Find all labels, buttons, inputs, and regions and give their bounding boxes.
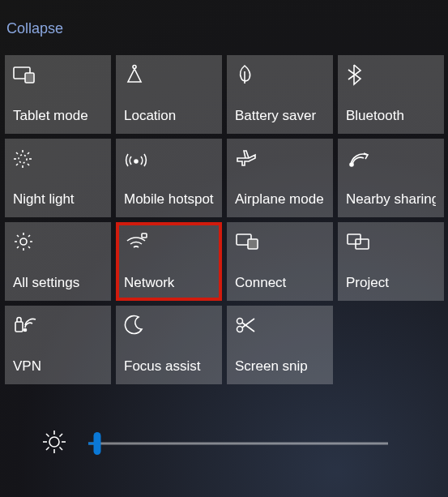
svg-line-10: [28, 164, 29, 165]
tablet-icon: [13, 60, 103, 89]
leaf-icon: [235, 60, 325, 89]
svg-line-33: [60, 448, 63, 451]
svg-rect-18: [248, 239, 258, 249]
svg-point-27: [49, 437, 59, 447]
svg-point-13: [134, 160, 138, 163]
moon-icon: [124, 311, 214, 340]
tile-label: Focus assist: [124, 359, 214, 375]
tile-label: VPN: [13, 359, 103, 375]
tile-label: Bluetooth: [346, 109, 436, 124]
tile-label: Nearby sharing: [346, 192, 436, 208]
svg-rect-21: [15, 322, 23, 332]
svg-rect-1: [25, 73, 34, 83]
svg-point-23: [237, 319, 243, 324]
brightness-slider[interactable]: [88, 435, 388, 452]
tile-night-light[interactable]: Night light: [5, 139, 111, 217]
tile-label: Connect: [235, 276, 325, 291]
vpn-icon: [13, 311, 103, 340]
svg-line-32: [46, 434, 49, 437]
svg-line-25: [242, 323, 254, 332]
tile-label: Network: [124, 276, 214, 291]
svg-point-15: [20, 238, 27, 245]
brightness-row: [5, 429, 443, 458]
tile-mobile-hotspot[interactable]: Mobile hotspot: [116, 139, 222, 217]
tile-label: Location: [124, 109, 214, 124]
tile-label: Airplane mode: [235, 192, 325, 208]
tile-label: All settings: [13, 276, 103, 291]
tile-label: Battery saver: [235, 109, 325, 124]
slider-track: [88, 443, 388, 445]
location-icon: [124, 60, 214, 89]
airplane-icon: [235, 144, 325, 173]
bluetooth-icon: [346, 60, 436, 89]
tile-label: Mobile hotspot: [124, 192, 214, 208]
tile-label: Screen snip: [235, 359, 325, 375]
tile-all-settings[interactable]: All settings: [5, 222, 111, 301]
svg-line-12: [28, 152, 29, 154]
action-center-panel: Collapse Tablet mode Location Battery sa…: [0, 0, 448, 463]
svg-line-9: [16, 152, 18, 154]
svg-line-34: [46, 448, 49, 451]
svg-line-35: [60, 434, 63, 437]
tile-label: Tablet mode: [13, 109, 103, 124]
tile-network[interactable]: Network: [116, 222, 222, 301]
night-light-icon: [13, 144, 103, 173]
connect-icon: [235, 227, 325, 256]
project-icon: [346, 227, 436, 256]
wifi-icon: [124, 227, 214, 256]
gear-icon: [13, 227, 103, 256]
svg-point-14: [350, 163, 353, 166]
tile-label: Project: [346, 276, 436, 291]
tile-connect[interactable]: Connect: [227, 222, 333, 301]
tile-airplane-mode[interactable]: Airplane mode: [227, 139, 333, 217]
slider-thumb[interactable]: [94, 432, 101, 455]
svg-point-24: [237, 327, 243, 332]
svg-point-4: [19, 155, 27, 163]
svg-rect-16: [142, 234, 147, 238]
tile-screen-snip[interactable]: Screen snip: [227, 306, 333, 384]
tile-battery-saver[interactable]: Battery saver: [227, 55, 333, 134]
hotspot-icon: [124, 144, 214, 173]
snip-icon: [235, 311, 325, 340]
tile-vpn[interactable]: VPN: [5, 306, 111, 384]
quick-actions-grid: Tablet mode Location Battery saver Bluet…: [5, 55, 443, 384]
tile-label: Night light: [13, 192, 103, 208]
collapse-link[interactable]: Collapse: [5, 0, 63, 55]
tile-location[interactable]: Location: [116, 55, 222, 134]
svg-point-22: [24, 329, 27, 332]
brightness-icon: [41, 429, 67, 458]
tile-focus-assist[interactable]: Focus assist: [116, 306, 222, 384]
tile-project[interactable]: Project: [338, 222, 444, 301]
svg-line-26: [242, 319, 254, 328]
tile-nearby-sharing[interactable]: Nearby sharing: [338, 139, 444, 217]
tile-tablet-mode[interactable]: Tablet mode: [5, 55, 111, 134]
tile-bluetooth[interactable]: Bluetooth: [338, 55, 444, 134]
nearby-share-icon: [346, 144, 436, 173]
svg-line-11: [16, 164, 18, 165]
